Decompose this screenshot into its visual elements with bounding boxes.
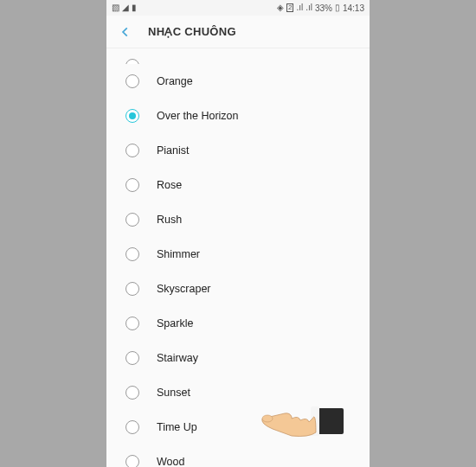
list-item[interactable]: Shimmer <box>106 237 370 272</box>
chevron-left-icon <box>119 26 132 38</box>
signal-icon: .ıl <box>296 3 303 12</box>
item-label: Time Up <box>157 421 197 433</box>
status-right: ◈ 2 .ıl .ıl 33% ▯ 14:13 <box>277 3 364 13</box>
radio-icon[interactable] <box>125 213 139 227</box>
back-button[interactable] <box>115 22 136 42</box>
list-item-partial[interactable] <box>106 48 370 64</box>
clock: 14:13 <box>343 3 364 13</box>
radio-icon[interactable] <box>125 247 139 261</box>
sim-icon: 2 <box>286 3 293 12</box>
list-item[interactable]: Pianist <box>106 133 370 168</box>
ringtone-list[interactable]: OrangeOver the HorizonPianistRoseRushShi… <box>106 48 370 467</box>
battery-icon: ▯ <box>335 3 340 12</box>
list-item[interactable]: Rose <box>106 168 370 202</box>
item-label: Shimmer <box>157 248 200 260</box>
radio-icon[interactable] <box>125 317 139 330</box>
radio-icon[interactable] <box>125 386 139 400</box>
signal-icon-2: .ıl <box>306 3 312 12</box>
wifi-icon: ◈ <box>277 3 284 12</box>
list-item[interactable]: Time Up <box>106 410 370 445</box>
item-label: Over the Horizon <box>157 110 238 122</box>
item-label: Orange <box>157 75 193 87</box>
radio-icon[interactable] <box>125 59 139 64</box>
battery-percent: 33% <box>315 3 332 13</box>
status-left: ▧ ◢ ▮ <box>112 3 137 12</box>
header: NHẠC CHUÔNG <box>106 16 370 48</box>
item-label: Wood <box>157 456 184 467</box>
radio-icon[interactable] <box>125 282 139 296</box>
item-label: Stairway <box>157 352 198 364</box>
list-item[interactable]: Orange <box>106 64 370 99</box>
page-title: NHẠC CHUÔNG <box>148 25 236 38</box>
notification-icon: ◢ <box>122 3 129 12</box>
phone-screen: ▧ ◢ ▮ ◈ 2 .ıl .ıl 33% ▯ 14:13 NHẠC CHUÔN… <box>106 0 370 467</box>
status-bar: ▧ ◢ ▮ ◈ 2 .ıl .ıl 33% ▯ 14:13 <box>106 0 370 16</box>
radio-icon[interactable] <box>125 420 139 434</box>
radio-icon[interactable] <box>125 74 139 88</box>
item-label: Sparkle <box>157 317 193 329</box>
radio-icon[interactable] <box>125 144 139 157</box>
list-item[interactable]: Skyscraper <box>106 272 370 306</box>
list-item[interactable]: Wood <box>106 445 370 467</box>
list-item[interactable]: Sunset <box>106 375 370 410</box>
radio-icon[interactable] <box>125 178 139 192</box>
battery-small-icon: ▮ <box>132 3 137 12</box>
list-item[interactable]: Over the Horizon <box>106 99 370 133</box>
item-label: Sunset <box>157 387 190 399</box>
radio-icon[interactable] <box>125 351 139 365</box>
item-label: Rush <box>157 214 182 226</box>
list-item[interactable]: Stairway <box>106 341 370 375</box>
image-icon: ▧ <box>112 3 119 12</box>
item-label: Rose <box>157 179 182 191</box>
item-label: Pianist <box>157 144 190 157</box>
list-item[interactable]: Rush <box>106 202 370 237</box>
item-label: Skyscraper <box>157 283 211 295</box>
list-item[interactable]: Sparkle <box>106 306 370 341</box>
radio-icon[interactable] <box>125 109 139 123</box>
radio-icon[interactable] <box>125 455 139 467</box>
